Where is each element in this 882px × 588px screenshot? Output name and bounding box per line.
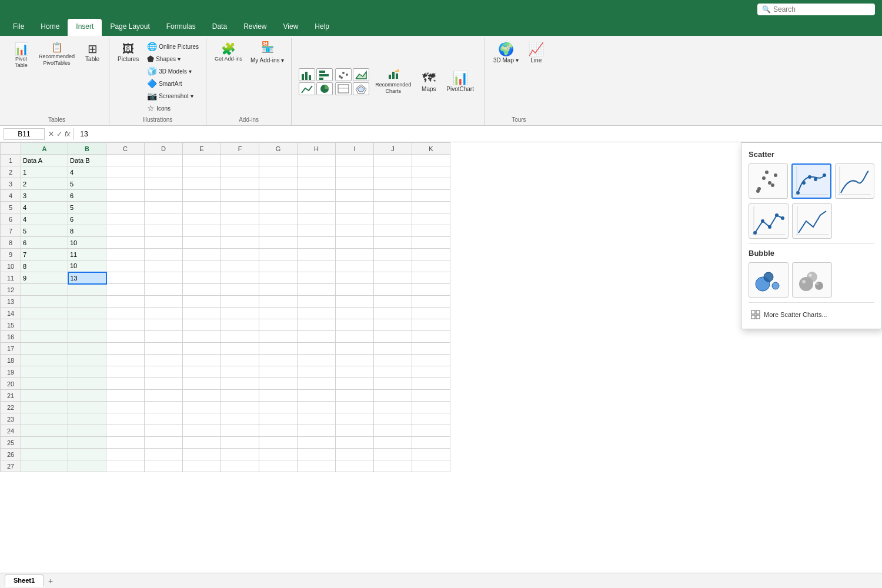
- cell-J7[interactable]: [374, 225, 412, 237]
- cell-C25[interactable]: [106, 437, 145, 449]
- scatter-dots-option[interactable]: [749, 163, 788, 199]
- cell-C5[interactable]: [106, 202, 145, 213]
- cell-H17[interactable]: [298, 343, 336, 355]
- cell-C17[interactable]: [106, 343, 145, 355]
- cell-B27[interactable]: [68, 460, 106, 472]
- online-pictures-button[interactable]: 🌐 Online Pictures: [145, 41, 201, 52]
- pivotchart-button[interactable]: 📊 PivotChart: [443, 69, 477, 95]
- 3d-models-button[interactable]: 🧊 3D Models ▾: [145, 65, 201, 77]
- area-chart-button[interactable]: [353, 68, 369, 81]
- cell-H20[interactable]: [298, 378, 336, 390]
- cell-B10[interactable]: 10: [68, 260, 106, 272]
- cell-J11[interactable]: [374, 272, 412, 284]
- cell-I3[interactable]: [336, 178, 374, 190]
- cell-J24[interactable]: [374, 425, 412, 437]
- cell-G26[interactable]: [259, 449, 298, 460]
- cell-A3[interactable]: 2: [21, 178, 68, 190]
- cell-A17[interactable]: [21, 343, 68, 355]
- cell-A23[interactable]: [21, 413, 68, 425]
- cell-J2[interactable]: [374, 166, 412, 178]
- cell-K26[interactable]: [412, 449, 450, 460]
- cell-J15[interactable]: [374, 319, 412, 331]
- cell-B19[interactable]: [68, 366, 106, 378]
- recommended-pivottables-button[interactable]: 📋 RecommendedPivotTables: [35, 41, 78, 69]
- cell-K2[interactable]: [412, 166, 450, 178]
- cell-G9[interactable]: [259, 249, 298, 260]
- bar-chart-button[interactable]: [316, 68, 333, 81]
- cell-B7[interactable]: 8: [68, 225, 106, 237]
- cell-K3[interactable]: [412, 178, 450, 190]
- cell-D10[interactable]: [145, 260, 183, 272]
- cell-E1[interactable]: [183, 155, 221, 166]
- cell-G21[interactable]: [259, 390, 298, 402]
- cell-F17[interactable]: [221, 343, 259, 355]
- cell-J20[interactable]: [374, 378, 412, 390]
- cell-A12[interactable]: [21, 284, 68, 296]
- cell-D26[interactable]: [145, 449, 183, 460]
- cell-A26[interactable]: [21, 449, 68, 460]
- cell-I15[interactable]: [336, 319, 374, 331]
- cell-J16[interactable]: [374, 331, 412, 343]
- cell-G10[interactable]: [259, 260, 298, 272]
- cell-I21[interactable]: [336, 390, 374, 402]
- cell-J18[interactable]: [374, 355, 412, 366]
- cell-C18[interactable]: [106, 355, 145, 366]
- cell-H6[interactable]: [298, 213, 336, 225]
- cell-F8[interactable]: [221, 237, 259, 249]
- bubble-3d-option[interactable]: [792, 262, 832, 298]
- col-header-j[interactable]: J: [374, 143, 412, 155]
- cell-A4[interactable]: 3: [21, 190, 68, 202]
- cell-G15[interactable]: [259, 319, 298, 331]
- cell-D21[interactable]: [145, 390, 183, 402]
- cell-B1[interactable]: Data B: [68, 155, 106, 166]
- cell-G3[interactable]: [259, 178, 298, 190]
- cell-K17[interactable]: [412, 343, 450, 355]
- cell-H1[interactable]: [298, 155, 336, 166]
- cell-J25[interactable]: [374, 437, 412, 449]
- cell-G11[interactable]: [259, 272, 298, 284]
- tab-help[interactable]: Help: [306, 19, 338, 36]
- cell-D5[interactable]: [145, 202, 183, 213]
- cell-H8[interactable]: [298, 237, 336, 249]
- cell-D7[interactable]: [145, 225, 183, 237]
- cell-F22[interactable]: [221, 402, 259, 413]
- cell-I8[interactable]: [336, 237, 374, 249]
- cell-E24[interactable]: [183, 425, 221, 437]
- cell-F27[interactable]: [221, 460, 259, 472]
- cell-H19[interactable]: [298, 366, 336, 378]
- cell-B4[interactable]: 6: [68, 190, 106, 202]
- cell-G20[interactable]: [259, 378, 298, 390]
- cell-E6[interactable]: [183, 213, 221, 225]
- cell-K1[interactable]: [412, 155, 450, 166]
- cell-B16[interactable]: [68, 331, 106, 343]
- cell-D15[interactable]: [145, 319, 183, 331]
- cell-A27[interactable]: [21, 460, 68, 472]
- cell-G19[interactable]: [259, 366, 298, 378]
- cell-F2[interactable]: [221, 166, 259, 178]
- cell-D16[interactable]: [145, 331, 183, 343]
- cell-C11[interactable]: [106, 272, 145, 284]
- cell-I19[interactable]: [336, 366, 374, 378]
- cell-D24[interactable]: [145, 425, 183, 437]
- cell-E23[interactable]: [183, 413, 221, 425]
- cell-G18[interactable]: [259, 355, 298, 366]
- cell-C2[interactable]: [106, 166, 145, 178]
- cell-G5[interactable]: [259, 202, 298, 213]
- col-header-b[interactable]: B: [68, 143, 106, 155]
- cell-J17[interactable]: [374, 343, 412, 355]
- cell-E14[interactable]: [183, 308, 221, 319]
- cell-B13[interactable]: [68, 296, 106, 308]
- cell-A10[interactable]: 8: [21, 260, 68, 272]
- cell-B8[interactable]: 10: [68, 237, 106, 249]
- cell-D2[interactable]: [145, 166, 183, 178]
- cell-C10[interactable]: [106, 260, 145, 272]
- col-header-f[interactable]: F: [221, 143, 259, 155]
- cell-B20[interactable]: [68, 378, 106, 390]
- cell-E15[interactable]: [183, 319, 221, 331]
- cell-J27[interactable]: [374, 460, 412, 472]
- cell-G7[interactable]: [259, 225, 298, 237]
- cell-H15[interactable]: [298, 319, 336, 331]
- col-header-e[interactable]: E: [183, 143, 221, 155]
- cell-E27[interactable]: [183, 460, 221, 472]
- cell-G24[interactable]: [259, 425, 298, 437]
